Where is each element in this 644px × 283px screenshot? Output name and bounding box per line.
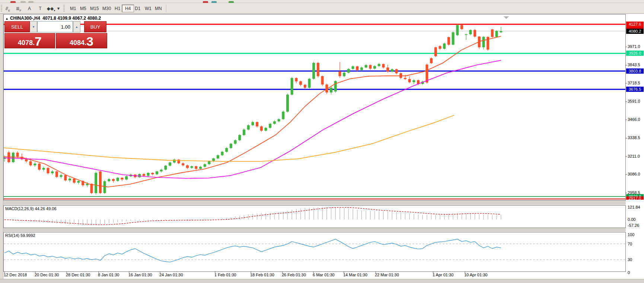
candlestick: [447, 37, 450, 45]
arrows-icon[interactable]: ◆◆▾: [46, 4, 56, 13]
date-axis-label: 12 Dec 2018: [4, 273, 27, 277]
candlestick: [452, 32, 455, 45]
buy-price-display[interactable]: 4084.3: [56, 33, 107, 48]
candlestick: [117, 178, 119, 181]
candlestick: [182, 163, 184, 165]
candlestick: [191, 166, 193, 168]
candlestick: [208, 161, 210, 164]
candlestick: [395, 69, 398, 73]
candlestick: [221, 152, 224, 155]
candlestick: [265, 128, 267, 131]
text-label-icon[interactable]: T: [35, 4, 45, 13]
date-axis-label: 24 Jan 01:30: [159, 273, 183, 277]
candlestick: [469, 30, 472, 35]
text-icon[interactable]: A: [25, 4, 34, 13]
arrows-dropdown-icon[interactable]: ▾: [56, 4, 61, 13]
candlestick: [373, 66, 376, 69]
rsi-pane[interactable]: [4, 232, 626, 272]
toolbar-grip[interactable]: [63, 5, 65, 12]
sell-price-display[interactable]: 4078.7: [4, 33, 55, 48]
candlestick: [51, 171, 54, 173]
candlestick: [278, 119, 280, 121]
equidistant-channel-icon[interactable]: ⫻E: [3, 4, 13, 13]
candlestick: [103, 181, 106, 193]
candlestick: [34, 164, 36, 165]
rsi-scale-label: 30: [628, 257, 632, 262]
price-scale-label: 3591.0: [628, 99, 640, 103]
toolbar-separator: [166, 4, 167, 12]
candlestick: [186, 165, 189, 168]
candlestick: [60, 175, 63, 177]
date-axis-label: 8 Jan 01:30: [98, 273, 119, 277]
candlestick: [308, 79, 311, 88]
candlestick: [147, 173, 150, 176]
date-axis-label: 18 Feb 01:30: [250, 273, 274, 277]
price-scale-label: 3971.0: [628, 44, 640, 49]
price-level-label: 4127.6: [626, 22, 644, 27]
candlestick: [434, 47, 437, 56]
ohlc-values: 4071.8 4109.9 4067.2 4080.2: [42, 16, 101, 21]
candlestick: [412, 80, 415, 82]
candlestick: [95, 173, 97, 193]
date-axis-label: 26 Feb 01:30: [282, 273, 306, 277]
rsi-scale-label: 0: [628, 270, 630, 275]
macd-scale-label: 0.00: [628, 217, 635, 222]
candlestick: [430, 58, 433, 63]
candlestick: [234, 140, 237, 144]
candlestick: [156, 171, 158, 174]
candlestick: [199, 167, 202, 169]
macd-scale-label: -57.26: [628, 223, 639, 228]
collapse-chart-icon[interactable]: ▲: [5, 17, 9, 20]
macd-scale-label: 121.84: [628, 205, 640, 209]
candlestick: [238, 135, 241, 140]
candlestick: [338, 71, 341, 76]
macd-header: MACD(12,26,9) 44.26 49.06: [5, 206, 57, 211]
chart-title: ▲CHINA300-,H4 4071.8 4109.9 4067.2 4080.…: [5, 16, 101, 21]
pane-splitter[interactable]: [3, 200, 626, 205]
candlestick: [465, 34, 468, 35]
candlestick: [256, 122, 258, 126]
candlestick: [386, 67, 389, 71]
volume-decrease-button[interactable]: ▼: [30, 21, 37, 32]
window-edge-strip: [0, 14, 3, 283]
volume-increase-button[interactable]: ▲: [73, 21, 80, 32]
candlestick: [90, 184, 93, 193]
candlestick: [391, 69, 393, 71]
price-scale-label: 3338.5: [628, 135, 640, 140]
date-axis-label: 6 Mar 01:30: [313, 273, 335, 277]
candlestick: [312, 63, 315, 79]
candlestick: [460, 25, 463, 29]
candlestick: [164, 165, 167, 170]
candlestick: [295, 78, 297, 81]
volume-input[interactable]: [37, 21, 73, 32]
candlestick: [247, 125, 250, 130]
tab-timeframe-mn[interactable]: MN: [152, 4, 165, 12]
candlestick: [230, 144, 232, 148]
chart-toolbar: ⫻E≣FAT◆◆▾ ▾ M1M5M15M30H1H4D1W1MN: [0, 3, 644, 14]
pane-splitter[interactable]: [3, 228, 626, 232]
date-axis-label: 28 Dec 01:30: [66, 273, 90, 277]
candlestick: [360, 67, 363, 70]
price-scale-label: 3211.0: [628, 154, 640, 158]
price-level-label: 4080.2: [626, 29, 644, 34]
price-scale-label: 3086.0: [628, 172, 640, 176]
candlestick: [251, 122, 254, 125]
candlestick: [77, 181, 80, 183]
sell-button[interactable]: SELL: [4, 21, 30, 32]
candlestick: [260, 126, 263, 131]
sell-price-pip: 7: [35, 36, 42, 47]
candlestick: [269, 124, 271, 128]
fibonacci-icon[interactable]: ≣F: [14, 4, 23, 13]
toolbar-grip[interactable]: [1, 5, 2, 12]
candlestick: [474, 30, 476, 37]
buy-price-main: 4084.: [70, 39, 86, 47]
candlestick: [443, 44, 446, 49]
candlestick: [195, 166, 197, 169]
candlestick: [369, 65, 372, 69]
buy-button[interactable]: BUY: [84, 21, 106, 32]
candlestick: [299, 81, 302, 85]
trading-platform-window: { "toolbar": { "tools": [ {"name": "equi…: [0, 0, 644, 283]
candlestick: [47, 168, 50, 173]
candlestick: [456, 25, 459, 35]
candlestick: [112, 179, 115, 181]
